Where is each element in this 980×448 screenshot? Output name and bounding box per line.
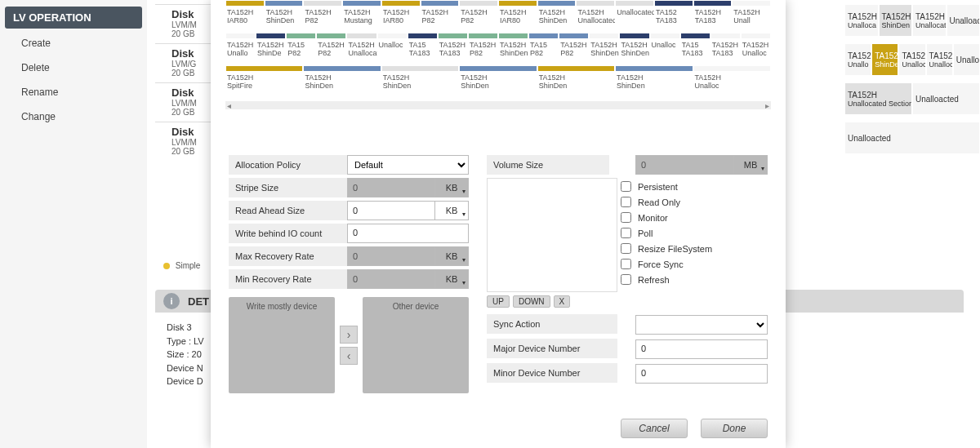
partition-seg[interactable]: TA152HShinDen — [879, 4, 913, 37]
legend-dot-simple-icon — [163, 263, 170, 269]
partition-label[interactable]: TA152HUnallocated — [576, 8, 615, 24]
write-mostly-device-list[interactable]: Write mostly device — [229, 297, 335, 393]
check-read-only[interactable]: Read Only — [621, 197, 768, 207]
partition-label[interactable]: TA152HSpitFire — [225, 73, 303, 90]
check-refresh[interactable]: Refresh — [621, 274, 768, 285]
partition-seg[interactable]: Unalloacted — [844, 122, 980, 154]
sidebar-item-create[interactable]: Create — [0, 31, 147, 55]
partition-seg[interactable]: Unalloacte — [947, 4, 981, 37]
partition-label[interactable]: TA152HShinDen — [537, 73, 615, 90]
partition-label[interactable]: TA152HUnall — [732, 8, 771, 24]
minor-dev-label: Minor Device Number — [487, 363, 617, 383]
down-button[interactable]: DOWN — [513, 295, 550, 308]
sync-action-label: Sync Action — [487, 314, 617, 334]
partition-label[interactable]: TA152HShinDen — [303, 73, 381, 90]
sidebar-item-delete[interactable]: Delete — [0, 55, 147, 80]
partition-label[interactable]: TA152HMustang — [342, 8, 381, 24]
partition-label[interactable]: Unalloc — [650, 41, 680, 57]
check-input[interactable] — [621, 197, 631, 207]
partition-label[interactable]: TA15TA183 — [680, 41, 710, 57]
partition-label[interactable]: TA152HP82 — [421, 8, 460, 24]
max-recov-unit[interactable]: KB — [434, 246, 469, 266]
sidebar: LV OPERATION Create Delete Rename Change — [0, 0, 147, 448]
remove-button[interactable]: X — [554, 295, 571, 308]
partition-label[interactable]: TA152HShinDe — [256, 41, 286, 57]
check-monitor[interactable]: Monitor — [621, 212, 768, 223]
sidebar-item-rename[interactable]: Rename — [0, 80, 147, 104]
partition-label[interactable]: TA152TA183 — [654, 8, 693, 24]
check-force-sync[interactable]: Force Sync — [621, 259, 768, 269]
alloc-policy-select[interactable]: Default — [347, 155, 469, 175]
disk-bar: TA152HUnallocated SectionUnalloacted — [844, 82, 980, 115]
partition-label[interactable]: TA152HShinDen — [615, 73, 693, 90]
check-poll[interactable]: Poll — [621, 228, 768, 238]
sync-action-select[interactable] — [635, 315, 768, 335]
read-ahead-value[interactable]: 0 — [347, 201, 434, 220]
check-input[interactable] — [621, 228, 631, 238]
partition-seg[interactable]: Unalloacte — [953, 43, 980, 76]
partition-label[interactable]: TA152HShinDen — [589, 41, 619, 57]
check-input[interactable] — [621, 181, 631, 192]
partition-label[interactable]: TA152HUnallo — [225, 41, 256, 57]
partition-label[interactable]: TA152HP82 — [559, 41, 589, 57]
min-recov-unit[interactable]: KB — [434, 269, 469, 289]
partition-seg[interactable]: TA152HUnalloca — [844, 4, 879, 37]
up-button[interactable]: UP — [487, 295, 510, 308]
sidebar-item-change[interactable]: Change — [0, 104, 147, 129]
check-input[interactable] — [621, 259, 631, 269]
partition-label[interactable]: TA152HP82 — [459, 8, 498, 24]
partition-label[interactable]: TA152HUnallocat — [346, 41, 376, 57]
check-persistent[interactable]: Persistent — [621, 181, 768, 192]
stripe-size-unit[interactable]: KB — [434, 178, 469, 197]
partition-label[interactable]: TA152HP82 — [468, 41, 498, 57]
alloc-policy-label: Allocation Policy — [229, 155, 347, 175]
move-right-button[interactable]: › — [340, 326, 358, 344]
partition-seg[interactable]: TA152HShinDe — [871, 43, 898, 76]
stripe-size-value: 0 — [347, 178, 434, 197]
partition-label[interactable]: TA152HTA183 — [693, 8, 733, 24]
disk-bar: TA152HUnallocaTA152HShinDenTA152HUnalloc… — [844, 4, 980, 37]
check-input[interactable] — [621, 212, 631, 223]
partition-label[interactable]: TA152HIAR80 — [498, 8, 537, 24]
other-device-list[interactable]: Other device — [363, 297, 469, 393]
option-checks: PersistentRead OnlyMonitorPollResize Fil… — [621, 181, 768, 290]
check-input[interactable] — [621, 274, 631, 285]
partition-seg[interactable]: Unalloacted — [912, 82, 980, 115]
partition-label[interactable]: TA152HUnalloc — [693, 73, 771, 90]
partition-seg[interactable]: TA152HUnallocated — [912, 4, 947, 37]
partition-label[interactable]: TA15P82 — [286, 41, 316, 57]
check-resize-filesystem[interactable]: Resize FileSystem — [621, 243, 768, 254]
partition-label[interactable]: TA152HShinDen — [459, 73, 537, 90]
partition-seg[interactable]: TA152HUnallocated — [898, 43, 925, 76]
partition-label[interactable]: TA152HShinDen — [537, 8, 577, 24]
partition-label[interactable]: Unallocated — [615, 8, 654, 24]
move-left-button[interactable]: ‹ — [340, 347, 358, 365]
partition-seg[interactable]: TA152HUnallocated Section — [844, 82, 912, 115]
partition-label[interactable]: TA152HShinDen — [265, 8, 304, 24]
partition-label[interactable]: TA152HTA183 — [710, 41, 741, 57]
partition-label[interactable]: TA152HIAR80 — [225, 8, 265, 24]
vol-selection-list[interactable] — [487, 178, 617, 292]
partition-label[interactable]: TA15P82 — [528, 41, 559, 57]
partition-seg[interactable]: TA152HUnallo — [844, 43, 871, 76]
partition-label[interactable]: Unalloc — [377, 41, 408, 57]
read-ahead-unit[interactable]: KB — [434, 201, 469, 220]
info-icon: i — [163, 293, 180, 309]
partition-label[interactable]: TA152HShinDen — [619, 41, 649, 57]
partition-label[interactable]: TA152HShinDen — [381, 73, 459, 90]
partition-label[interactable]: TA152HShinDen — [498, 41, 528, 57]
partition-label[interactable]: TA152HP82 — [316, 41, 346, 57]
check-input[interactable] — [621, 243, 631, 254]
partition-label[interactable]: TA152HIAR80 — [381, 8, 421, 24]
vol-size-unit[interactable]: MB — [733, 155, 768, 175]
partition-label[interactable]: TA152HTA183 — [438, 41, 468, 57]
done-button[interactable]: Done — [701, 419, 768, 438]
partition-label[interactable]: TA15TA183 — [408, 41, 438, 57]
minor-dev-value: 0 — [635, 364, 768, 384]
partition-label[interactable]: TA152HUnalloc — [741, 41, 771, 57]
partition-seg[interactable]: TA152HUnalloc — [926, 43, 953, 76]
partition-label[interactable]: TA152HP82 — [303, 8, 342, 24]
partition-scrollbar[interactable]: ◂▸ — [225, 101, 771, 109]
cancel-button[interactable]: Cancel — [621, 419, 688, 438]
write-behind-value: 0 — [347, 224, 469, 243]
